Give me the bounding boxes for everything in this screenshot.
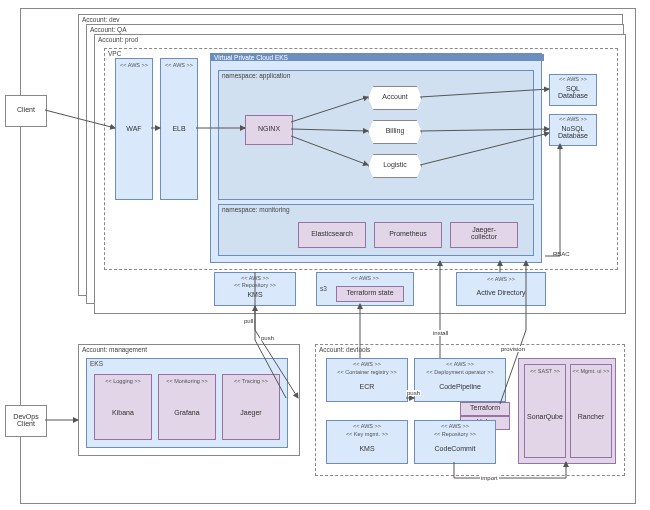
- push-label: push: [260, 335, 275, 341]
- svg-line-3: [291, 97, 368, 122]
- svg-line-7: [420, 129, 549, 131]
- import-label: import: [480, 475, 499, 481]
- svg-line-0: [45, 110, 115, 128]
- svg-line-5: [291, 136, 368, 165]
- svg-line-6: [420, 89, 549, 97]
- push2-label: push: [406, 390, 421, 396]
- provision-label: provision: [500, 346, 526, 352]
- install-label: install: [432, 330, 449, 336]
- pull-label: pull: [243, 318, 254, 324]
- svg-line-8: [420, 133, 549, 165]
- svg-line-4: [291, 129, 368, 131]
- edges-svg: [0, 0, 650, 510]
